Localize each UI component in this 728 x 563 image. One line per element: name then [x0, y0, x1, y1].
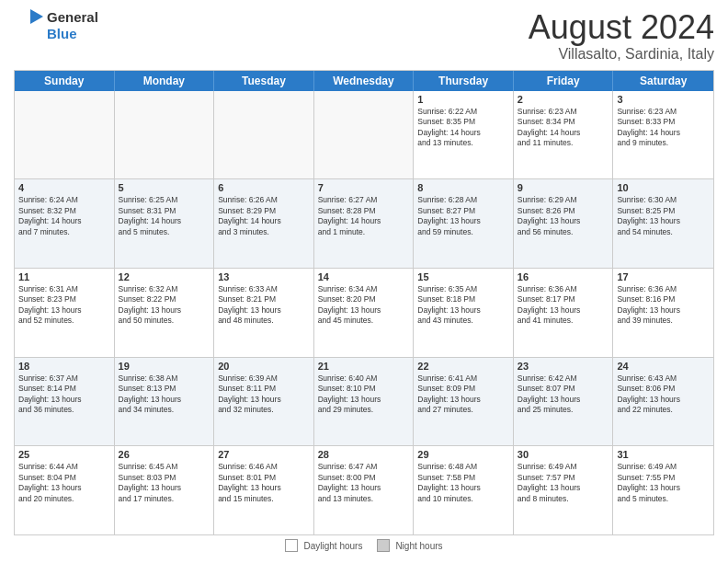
day-number: 18 — [18, 361, 110, 372]
cal-cell-day-23: 23Sunrise: 6:42 AM Sunset: 8:07 PM Dayli… — [514, 358, 614, 446]
cal-cell-day-30: 30Sunrise: 6:49 AM Sunset: 7:57 PM Dayli… — [514, 446, 614, 534]
cell-info: Sunrise: 6:33 AM Sunset: 8:21 PM Dayligh… — [218, 284, 310, 327]
day-number: 3 — [617, 94, 710, 105]
cal-cell-empty — [15, 91, 115, 179]
day-number: 30 — [518, 449, 609, 460]
title-block: August 2024 Villasalto, Sardinia, Italy — [529, 9, 714, 63]
day-number: 5 — [119, 182, 210, 193]
cell-info: Sunrise: 6:30 AM Sunset: 8:25 PM Dayligh… — [617, 195, 710, 237]
day-number: 16 — [518, 271, 609, 282]
day-number: 11 — [18, 271, 110, 282]
cell-info: Sunrise: 6:35 AM Sunset: 8:18 PM Dayligh… — [417, 284, 509, 327]
day-number: 26 — [119, 449, 210, 460]
cal-cell-day-31: 31Sunrise: 6:49 AM Sunset: 7:55 PM Dayli… — [613, 446, 713, 534]
cal-cell-day-7: 7Sunrise: 6:27 AM Sunset: 8:28 PM Daylig… — [314, 179, 415, 268]
cell-info: Sunrise: 6:24 AM Sunset: 8:32 PM Dayligh… — [18, 195, 110, 237]
cal-cell-day-16: 16Sunrise: 6:36 AM Sunset: 8:17 PM Dayli… — [514, 269, 614, 357]
day-number: 1 — [417, 94, 509, 105]
cell-info: Sunrise: 6:46 AM Sunset: 8:01 PM Dayligh… — [218, 462, 310, 504]
cal-cell-day-4: 4Sunrise: 6:24 AM Sunset: 8:32 PM Daylig… — [15, 179, 115, 268]
daylight-label: Daylight hours — [303, 541, 362, 551]
cal-cell-day-25: 25Sunrise: 6:44 AM Sunset: 8:04 PM Dayli… — [15, 446, 115, 534]
cell-info: Sunrise: 6:49 AM Sunset: 7:55 PM Dayligh… — [617, 462, 710, 504]
cell-info: Sunrise: 6:23 AM Sunset: 8:34 PM Dayligh… — [518, 107, 609, 149]
night-swatch — [377, 539, 390, 552]
logo-blue: Blue — [47, 26, 98, 42]
day-number: 19 — [119, 361, 210, 372]
cal-cell-day-21: 21Sunrise: 6:40 AM Sunset: 8:10 PM Dayli… — [314, 358, 415, 446]
calendar-footer: Daylight hours Night hours — [14, 535, 714, 554]
cell-info: Sunrise: 6:28 AM Sunset: 8:27 PM Dayligh… — [417, 195, 509, 237]
cal-week-3: 11Sunrise: 6:31 AM Sunset: 8:23 PM Dayli… — [15, 269, 713, 358]
cal-week-2: 4Sunrise: 6:24 AM Sunset: 8:32 PM Daylig… — [15, 179, 713, 269]
day-number: 14 — [318, 271, 410, 282]
day-number: 21 — [318, 361, 410, 372]
cal-header-saturday: Saturday — [613, 71, 713, 91]
day-number: 17 — [617, 271, 710, 282]
cal-cell-day-22: 22Sunrise: 6:41 AM Sunset: 8:09 PM Dayli… — [414, 358, 514, 446]
calendar-body: 1Sunrise: 6:22 AM Sunset: 8:35 PM Daylig… — [15, 91, 713, 534]
cal-cell-day-11: 11Sunrise: 6:31 AM Sunset: 8:23 PM Dayli… — [15, 269, 115, 357]
svg-marker-0 — [30, 9, 43, 24]
cal-cell-day-29: 29Sunrise: 6:48 AM Sunset: 7:58 PM Dayli… — [414, 446, 514, 534]
day-number: 29 — [417, 449, 509, 460]
day-number: 31 — [617, 449, 710, 460]
cal-cell-empty — [214, 91, 314, 179]
day-number: 9 — [518, 182, 609, 193]
cell-info: Sunrise: 6:34 AM Sunset: 8:20 PM Dayligh… — [318, 284, 410, 327]
cell-info: Sunrise: 6:47 AM Sunset: 8:00 PM Dayligh… — [318, 462, 410, 504]
cal-cell-day-27: 27Sunrise: 6:46 AM Sunset: 8:01 PM Dayli… — [214, 446, 314, 534]
logo-icon — [14, 9, 43, 42]
cell-info: Sunrise: 6:39 AM Sunset: 8:11 PM Dayligh… — [218, 373, 310, 416]
cell-info: Sunrise: 6:38 AM Sunset: 8:13 PM Dayligh… — [119, 373, 210, 416]
day-number: 8 — [417, 182, 509, 193]
day-number: 25 — [18, 449, 110, 460]
cell-info: Sunrise: 6:43 AM Sunset: 8:06 PM Dayligh… — [617, 373, 710, 416]
day-number: 10 — [617, 182, 710, 193]
cal-cell-day-12: 12Sunrise: 6:32 AM Sunset: 8:22 PM Dayli… — [115, 269, 215, 357]
cal-cell-day-24: 24Sunrise: 6:43 AM Sunset: 8:06 PM Dayli… — [613, 358, 713, 446]
cal-header-sunday: Sunday — [15, 71, 115, 91]
day-number: 13 — [218, 271, 310, 282]
cal-cell-day-6: 6Sunrise: 6:26 AM Sunset: 8:29 PM Daylig… — [214, 179, 314, 268]
cell-info: Sunrise: 6:36 AM Sunset: 8:17 PM Dayligh… — [518, 284, 609, 327]
cell-info: Sunrise: 6:44 AM Sunset: 8:04 PM Dayligh… — [18, 462, 110, 504]
cal-header-monday: Monday — [115, 71, 215, 91]
cell-info: Sunrise: 6:31 AM Sunset: 8:23 PM Dayligh… — [18, 284, 110, 327]
cal-cell-day-19: 19Sunrise: 6:38 AM Sunset: 8:13 PM Dayli… — [115, 358, 215, 446]
cal-header-friday: Friday — [514, 71, 614, 91]
cell-info: Sunrise: 6:29 AM Sunset: 8:26 PM Dayligh… — [518, 195, 609, 237]
main-title: August 2024 — [529, 9, 714, 46]
cal-cell-day-5: 5Sunrise: 6:25 AM Sunset: 8:31 PM Daylig… — [115, 179, 215, 268]
cell-info: Sunrise: 6:36 AM Sunset: 8:16 PM Dayligh… — [617, 284, 710, 327]
cal-week-1: 1Sunrise: 6:22 AM Sunset: 8:35 PM Daylig… — [15, 91, 713, 180]
logo: GeneralBlue — [14, 9, 98, 42]
day-number: 27 — [218, 449, 310, 460]
cal-cell-empty — [314, 91, 415, 179]
cal-cell-day-1: 1Sunrise: 6:22 AM Sunset: 8:35 PM Daylig… — [414, 91, 514, 179]
day-number: 22 — [417, 361, 509, 372]
cal-cell-day-18: 18Sunrise: 6:37 AM Sunset: 8:14 PM Dayli… — [15, 358, 115, 446]
cal-header-wednesday: Wednesday — [314, 71, 415, 91]
day-number: 2 — [518, 94, 609, 105]
sub-title: Villasalto, Sardinia, Italy — [529, 46, 714, 63]
cell-info: Sunrise: 6:49 AM Sunset: 7:57 PM Dayligh… — [518, 462, 609, 504]
day-number: 20 — [218, 361, 310, 372]
cal-header-thursday: Thursday — [414, 71, 514, 91]
night-label: Night hours — [395, 541, 442, 551]
day-number: 7 — [318, 182, 410, 193]
cal-cell-day-26: 26Sunrise: 6:45 AM Sunset: 8:03 PM Dayli… — [115, 446, 215, 534]
cell-info: Sunrise: 6:45 AM Sunset: 8:03 PM Dayligh… — [119, 462, 210, 504]
day-number: 6 — [218, 182, 310, 193]
day-number: 28 — [318, 449, 410, 460]
page-header: GeneralBlue August 2024 Villasalto, Sard… — [14, 9, 714, 63]
cal-cell-day-28: 28Sunrise: 6:47 AM Sunset: 8:00 PM Dayli… — [314, 446, 415, 534]
cell-info: Sunrise: 6:23 AM Sunset: 8:33 PM Dayligh… — [617, 107, 710, 149]
cell-info: Sunrise: 6:42 AM Sunset: 8:07 PM Dayligh… — [518, 373, 609, 416]
day-number: 23 — [518, 361, 609, 372]
cell-info: Sunrise: 6:25 AM Sunset: 8:31 PM Dayligh… — [119, 195, 210, 237]
cal-week-5: 25Sunrise: 6:44 AM Sunset: 8:04 PM Dayli… — [15, 446, 713, 534]
cell-info: Sunrise: 6:32 AM Sunset: 8:22 PM Dayligh… — [119, 284, 210, 327]
day-number: 24 — [617, 361, 710, 372]
cell-info: Sunrise: 6:26 AM Sunset: 8:29 PM Dayligh… — [218, 195, 310, 237]
